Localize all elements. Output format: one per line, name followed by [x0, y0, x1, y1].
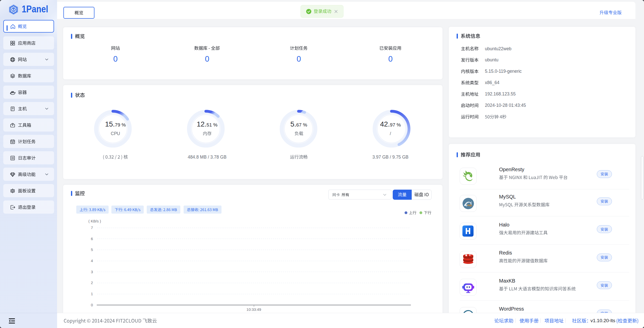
svg-text:MySQL: MySQL — [464, 204, 473, 207]
